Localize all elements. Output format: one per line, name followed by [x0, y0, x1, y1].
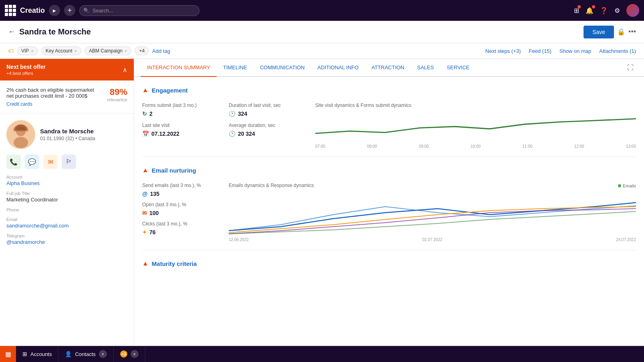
show-on-map-action[interactable]: Show on map: [559, 48, 592, 54]
date-label-0: 12.06.2022: [229, 237, 249, 242]
date-label-1: 02.07.2022: [422, 237, 442, 242]
avatar-image: [6, 120, 35, 149]
nbo-header[interactable]: Next best offer +4 best offers ∧: [0, 59, 134, 80]
engagement-chart: [315, 111, 636, 143]
apps-icon[interactable]: ⊞: [574, 7, 579, 14]
tag-more[interactable]: +4: [135, 46, 149, 55]
email-grid: Send emails (last 3 mo.), % @ 135 Open (…: [142, 183, 636, 242]
chat-button[interactable]: 💬: [25, 155, 39, 169]
add-tag-button[interactable]: Add tag: [152, 48, 170, 54]
send-emails-stat: Send emails (last 3 mo.), % @ 135: [142, 183, 222, 197]
notifications-icon[interactable]: 🔔: [586, 7, 594, 14]
chart-title: Site visit dynamics & Forms submit dynam…: [315, 103, 636, 108]
nbo-offer-text: 2% cash back on eligible supermarket net…: [6, 87, 99, 99]
calendar-icon: 📅: [142, 131, 149, 137]
profile-account-field: Account Alpha Busines: [6, 175, 127, 186]
time-label-0: 07:00: [315, 144, 325, 149]
header-bar: ← Sandra te Morsche Save 🔒 •••: [0, 21, 644, 43]
add-button[interactable]: +: [64, 5, 75, 16]
engagement-chart-area: Site visit dynamics & Forms submit dynam…: [315, 103, 636, 149]
tags-bar: 🏷 VIP × Key Account × ABM Campaign × +4 …: [0, 43, 644, 59]
email-stats: Send emails (last 3 mo.), % @ 135 Open (…: [142, 183, 222, 242]
engagement-section-header: ▲ Engagement: [142, 83, 636, 97]
save-button[interactable]: Save: [584, 26, 614, 38]
date-label-2: 24.07.2022: [616, 237, 636, 242]
time-label-3: 10:00: [471, 144, 481, 149]
apps-grid-icon[interactable]: [5, 5, 16, 16]
play-button[interactable]: [49, 5, 60, 16]
tag-vip: VIP ×: [17, 46, 38, 55]
nbo-chevron-icon: ∧: [123, 66, 127, 74]
call-button[interactable]: 📞: [6, 155, 21, 169]
forms-submit-stat: Forms submit (last 3 mo.) ↻ 2: [142, 103, 222, 117]
job-title-label: Full job Title: [6, 191, 127, 196]
lock-icon[interactable]: 🔒: [617, 28, 625, 36]
search-input[interactable]: [93, 8, 193, 14]
engagement-right-stats: Duration of last visit, sec 🕐 324 Averag…: [229, 103, 309, 149]
page-title: Sandra te Morsche: [19, 27, 91, 36]
tab-timeline[interactable]: TIMELINE: [217, 59, 254, 77]
tab-interaction-summary[interactable]: INTERACTION SUMMARY: [141, 59, 217, 77]
time-label-6: 13:00: [626, 144, 636, 149]
tag-abm-campaign-remove[interactable]: ×: [125, 48, 127, 53]
nbo-offer-link[interactable]: Credit cards: [6, 101, 99, 107]
email-button[interactable]: ✉: [43, 155, 58, 169]
tag-key-account-label: Key Account: [46, 48, 72, 54]
profile-section: Sandra te Morsche 01.01.1990 (32) • Cana…: [0, 114, 134, 256]
next-steps-action[interactable]: Next steps (+3): [485, 48, 521, 54]
engagement-grid: Forms submit (last 3 mo.) ↻ 2 Last site …: [142, 103, 636, 149]
top-navigation: Creatio + ⊞ 🔔 ❓ ⚙: [0, 0, 644, 21]
nbo-percent: 89%: [99, 87, 127, 97]
legend-emails-label: Emails: [623, 183, 636, 188]
open-value: ✉ 100: [142, 210, 222, 216]
tab-attraction[interactable]: ATTRACTION: [365, 59, 411, 77]
account-value[interactable]: Alpha Busines: [6, 180, 127, 186]
profile-info: Sandra te Morsche 01.01.1990 (32) • Cana…: [6, 120, 127, 149]
account-label: Account: [6, 175, 127, 179]
content-area: ▲ Engagement Forms submit (last 3 mo.) ↻…: [134, 77, 644, 345]
tag-key-account-remove[interactable]: ×: [74, 48, 77, 53]
feed-action[interactable]: Feed (15): [529, 48, 551, 54]
divider-2: [142, 250, 636, 250]
duration-label: Duration of last visit, sec: [229, 103, 309, 108]
tab-sales[interactable]: SALES: [411, 59, 441, 77]
app-logo: Creatio: [20, 6, 45, 15]
help-icon[interactable]: ❓: [600, 7, 608, 14]
forms-label: Forms submit (last 3 mo.): [142, 103, 222, 108]
time-label-4: 11:00: [522, 144, 532, 149]
telegram-value[interactable]: @sandramorche: [6, 239, 127, 245]
engagement-icon: ▲: [142, 86, 149, 94]
tab-service[interactable]: SERVICE: [440, 59, 476, 77]
avg-duration-value: 🕐 20 324: [229, 131, 309, 137]
back-button[interactable]: ←: [8, 28, 15, 36]
time-label-5: 12:00: [574, 144, 584, 149]
profile-country: Canada: [78, 136, 95, 141]
left-panel: Next best offer +4 best offers ∧ 2% cash…: [0, 59, 134, 345]
avg-duration-label: Average duration, sec: [229, 123, 309, 128]
user-avatar[interactable]: [626, 4, 639, 17]
email-value[interactable]: sandramorche@gmail.com: [6, 223, 127, 229]
tag-vip-remove[interactable]: ×: [31, 48, 33, 53]
maturity-title: Maturity criteria: [152, 260, 197, 267]
profile-name: Sandra te Morsche: [40, 128, 95, 135]
tab-communication[interactable]: COMMUNICATION: [254, 59, 311, 77]
profile-dob: 01.01.1990 (32): [40, 136, 74, 141]
more-options-icon[interactable]: •••: [628, 28, 636, 36]
clicks-value: ✦ 76: [142, 229, 222, 235]
tag-icon: 🏷: [8, 48, 14, 54]
clock-icon: 🕐: [229, 111, 235, 117]
engagement-title: Engagement: [152, 87, 188, 94]
nbo-subtitle: +4 best offers: [6, 71, 46, 76]
clicks-label: Clicks (last 3 mo.), %: [142, 221, 222, 227]
email-chart-area: Emails dynamics & Response dynamics Emai…: [229, 183, 636, 242]
expand-icon[interactable]: ⛶: [623, 60, 638, 75]
phone-label: Phone: [6, 207, 127, 212]
flag-button[interactable]: 🏳: [62, 155, 76, 169]
attachments-action[interactable]: Attachments (1): [599, 48, 636, 54]
tab-additional-info[interactable]: ADITIONAL INFO: [311, 59, 365, 77]
maturity-section-header: ▲ Maturity criteria: [142, 257, 636, 270]
duration-value: 🕐 324: [229, 111, 309, 117]
settings-icon[interactable]: ⚙: [614, 7, 620, 14]
tabs-bar: INTERACTION SUMMARY TIMELINE COMMUNICATI…: [134, 59, 644, 77]
time-label-1: 08:00: [367, 144, 377, 149]
